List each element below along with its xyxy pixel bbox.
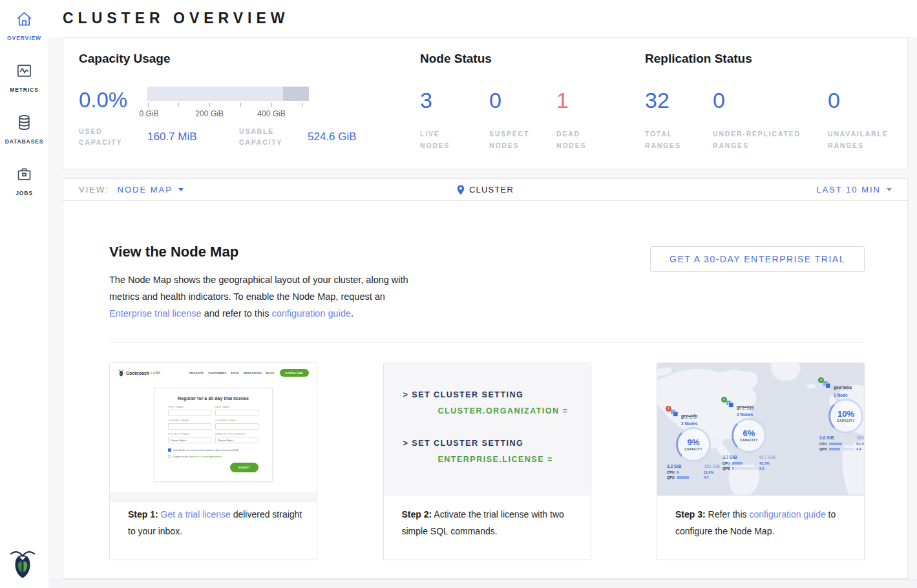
total-ranges-value: 32 — [645, 85, 713, 111]
chevron-down-icon — [887, 188, 892, 191]
breadcrumb-label: CLUSTER — [469, 185, 514, 194]
configuration-guide-link[interactable]: configuration guide — [271, 308, 351, 319]
unavailable-ranges-stat: 0 UNAVAILABLERANGES — [828, 85, 889, 151]
enterprise-trial-button[interactable]: GET A 30-DAY ENTERPRISE TRIAL — [650, 246, 865, 272]
form-title: Register for a 30-day trial license — [168, 396, 258, 401]
locality-nyc: ✓ geo=nyc2 Nodes 6% CAPACITY 3.7 GiB43.7… — [721, 399, 777, 472]
sidebar-item-jobs[interactable]: JOBS — [0, 165, 48, 196]
license-agreement-checkbox: I agree to the Software License Agreemen… — [168, 455, 258, 458]
enterprise-trial-license-link[interactable]: Enterprise trial license — [109, 308, 202, 319]
sql-statement: > SET CLUSTER SETTING — [403, 390, 591, 399]
suspect-nodes-stat: 0 SUSPECTNODES — [489, 85, 556, 151]
live-nodes-stat: 3 LIVENODES — [420, 85, 489, 151]
dead-nodes-value: 1 — [556, 85, 586, 111]
project-phase-select: Please Select — [168, 437, 211, 443]
download-button: DOWNLOAD — [280, 369, 309, 377]
trial-license-form: Register for a 30-day trial license FIRS… — [154, 388, 273, 482]
suspect-nodes-value: 0 — [489, 85, 556, 111]
main-content: CLUSTER OVERVIEW Capacity Usage 0.0% — [48, 0, 917, 588]
node-status-section: Node Status 3 LIVENODES 0 SUSPECTNODES 1 — [420, 52, 645, 154]
time-range-dropdown[interactable]: LAST 10 MIN — [816, 185, 892, 194]
page-header: CLUSTER OVERVIEW — [48, 0, 917, 37]
qps-bar — [677, 476, 701, 479]
axis-tick-label: 0 GiB — [139, 109, 158, 118]
mock-page-footer — [110, 492, 317, 502]
sql-argument: CLUSTER.ORGANIZATION = — [438, 406, 591, 415]
axis-tick-label: 200 GiB — [195, 109, 223, 118]
get-trial-license-link[interactable]: Get a trial license — [161, 509, 231, 520]
sidebar-item-label: METRICS — [10, 87, 39, 93]
sidebar-item-label: OVERVIEW — [7, 35, 41, 41]
view-selector-dropdown[interactable]: NODE MAP — [109, 185, 184, 194]
capacity-axis-labels: 0 GiB 200 GiB 400 GiB — [147, 109, 309, 118]
cluster-overview-page: OVERVIEW METRICS DATABASES JOBS — [0, 0, 917, 588]
used-capacity-label: USED CAPACITY — [79, 126, 147, 148]
sidebar-item-databases[interactable]: DATABASES — [0, 114, 48, 145]
under-replicated-ranges-stat: 0 UNDER-REPLICATEDRANGES — [713, 85, 828, 151]
reason-select: Please Select — [215, 437, 258, 443]
configuration-guide-link[interactable]: configuration guide — [749, 509, 825, 520]
breadcrumb[interactable]: CLUSTER — [457, 185, 514, 195]
cockroachdb-logo — [10, 548, 36, 578]
register-page-screenshot: Cockroach LABS PRODUCT CUSTOMERS DOCS RE… — [110, 363, 317, 496]
locality-name: geo=ams — [834, 385, 852, 390]
locality-sfo: ! geo=sfo2 Nodes 9% CAPACITY 3.2 GiB351 … — [665, 408, 722, 481]
step2-caption: Step 2: Activate the trial license with … — [384, 496, 591, 560]
view-bar: VIEW: NODE MAP CLUSTER LAST 10 MIN — [63, 178, 908, 201]
replication-status-section: Replication Status 32 TOTALRANGES 0 UNDE… — [645, 52, 892, 154]
qps-bar — [732, 467, 757, 470]
sql-commands-figure: > SET CLUSTER SETTING CLUSTER.ORGANIZATI… — [384, 363, 591, 496]
database-icon — [16, 114, 33, 134]
checkbox-empty-icon — [168, 455, 171, 458]
total-ranges-stat: 32 TOTALRANGES — [645, 85, 713, 151]
unavailable-ranges-label: UNAVAILABLERANGES — [828, 128, 889, 151]
capacity-gauge: 9% CAPACITY — [676, 427, 711, 462]
first-name-field — [168, 410, 211, 416]
sidebar-item-overview[interactable]: OVERVIEW — [0, 10, 48, 41]
company-name-field — [168, 423, 211, 430]
footer-strip — [48, 579, 917, 588]
email-updates-checkbox: I would like to receive email updates ab… — [168, 448, 258, 452]
capacity-bar-reserved-segment — [283, 87, 309, 101]
unavailable-ranges-value: 0 — [828, 85, 889, 111]
section-divider — [109, 342, 865, 343]
capacity-usage-section: Capacity Usage 0.0% 0 — [79, 52, 420, 154]
company-email-field — [215, 423, 258, 430]
cockroach-labs-logo: Cockroach LABS — [118, 370, 160, 377]
step3-caption: Step 3: Refer this configuration guide t… — [657, 496, 864, 560]
warning-icon: ! — [666, 406, 671, 412]
capacity-percent-value: 0.0% — [79, 85, 147, 118]
sidebar-item-metrics[interactable]: METRICS — [0, 62, 48, 93]
step1-card: Cockroach LABS PRODUCT CUSTOMERS DOCS RE… — [109, 362, 317, 560]
usable-capacity-label: USABLE CAPACITY — [239, 126, 308, 148]
check-icon: ✓ — [818, 377, 824, 383]
location-pin-icon — [457, 185, 465, 195]
cockroach-bug-icon — [118, 370, 124, 377]
home-icon — [16, 10, 33, 30]
step2-card: > SET CLUSTER SETTING CLUSTER.ORGANIZATI… — [383, 362, 591, 560]
capacity-gauge: 10% CAPACITY — [828, 399, 863, 434]
qps-bar — [829, 448, 854, 450]
capacity-axis-ticks — [147, 103, 309, 107]
sidebar-item-label: DATABASES — [5, 138, 44, 145]
nodes-icon — [823, 380, 831, 388]
cluster-summary-panel: Capacity Usage 0.0% 0 — [63, 37, 908, 169]
locality-node-count: 2 Nodes — [681, 421, 697, 426]
submit-button: SUBMIT — [230, 463, 258, 472]
sidebar-item-label: JOBS — [16, 190, 33, 196]
node-map-preview: ! geo=sfo2 Nodes 9% CAPACITY 3.2 GiB351 … — [657, 363, 864, 496]
live-nodes-value: 3 — [420, 85, 489, 111]
sql-argument: ENTERPRISE.LICENSE = — [438, 455, 591, 464]
view-selected-value: NODE MAP — [118, 185, 173, 194]
axis-tick-label: 400 GiB — [257, 109, 285, 118]
cpu-bar — [677, 471, 701, 474]
node-map-description: The Node Map shows the geographical layo… — [109, 271, 416, 322]
dead-nodes-stat: 1 DEADNODES — [556, 85, 586, 151]
locality-ams: ✓ geo=ams1 Node 10% CAPACITY 3.6 GiB364 … — [817, 380, 865, 452]
step1-caption: Step 1: Get a trial license delivered st… — [110, 496, 317, 560]
step3-card: ! geo=sfo2 Nodes 9% CAPACITY 3.2 GiB351 … — [657, 362, 865, 560]
locality-node-count: 1 Node — [834, 393, 852, 397]
capacity-bar — [147, 87, 309, 101]
capacity-bar-available-segment — [147, 87, 283, 101]
panels-area: Capacity Usage 0.0% 0 — [48, 37, 917, 579]
